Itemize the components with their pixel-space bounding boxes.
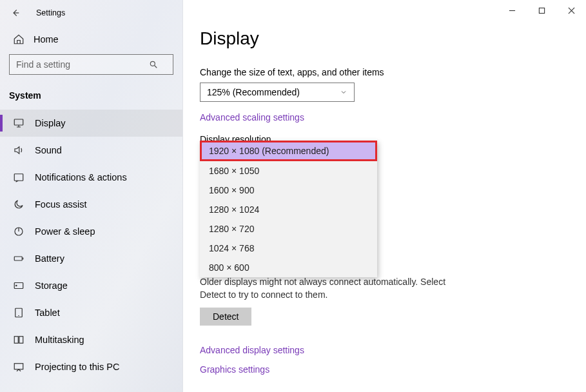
storage-icon — [13, 280, 24, 291]
sidebar-item-label: Multitasking — [35, 335, 84, 345]
sidebar-item-battery[interactable]: Battery — [0, 245, 182, 272]
back-arrow-icon — [11, 8, 20, 17]
sidebar-item-label: Sound — [35, 145, 62, 155]
advanced-scaling-link[interactable]: Advanced scaling settings — [200, 112, 567, 122]
sidebar-item-label: Battery — [35, 253, 64, 264]
svg-rect-1 — [14, 119, 23, 125]
resolution-option[interactable]: 800 × 600 — [200, 258, 377, 277]
scale-combobox[interactable]: 125% (Recommended) — [200, 83, 355, 102]
graphics-settings-link[interactable]: Graphics settings — [200, 364, 567, 375]
home-icon — [13, 34, 24, 45]
close-button[interactable] — [556, 0, 586, 21]
sidebar-item-home[interactable]: Home — [0, 23, 182, 54]
sidebar-item-label: Notifications & actions — [35, 172, 127, 182]
older-displays-text: Older displays might not always connect … — [200, 276, 458, 301]
power-icon — [13, 226, 24, 237]
projecting-icon — [13, 361, 24, 373]
resolution-dropdown[interactable]: 1920 × 1080 (Recommended) 1680 × 1050 16… — [200, 141, 377, 277]
resolution-option[interactable]: 1280 × 720 — [200, 219, 377, 239]
category-title: System — [0, 75, 182, 110]
multitasking-icon — [13, 334, 24, 346]
search-input[interactable] — [9, 54, 173, 75]
window-title: Settings — [36, 8, 175, 17]
sidebar-item-label: Tablet — [35, 308, 60, 318]
sound-icon — [13, 144, 24, 156]
notifications-icon — [13, 172, 24, 183]
monitor-icon — [13, 117, 24, 129]
sidebar-item-sound[interactable]: Sound — [0, 137, 182, 164]
scale-value: 125% (Recommended) — [207, 87, 300, 97]
minimize-button[interactable] — [497, 0, 527, 21]
resolution-option[interactable]: 1024 × 768 — [200, 239, 377, 258]
resolution-option[interactable]: 1600 × 900 — [200, 181, 377, 200]
sidebar-item-notifications[interactable]: Notifications & actions — [0, 164, 182, 191]
sidebar-item-storage[interactable]: Storage — [0, 272, 182, 299]
back-button[interactable] — [8, 5, 23, 21]
advanced-display-link[interactable]: Advanced display settings — [200, 345, 567, 355]
sidebar-item-projecting[interactable]: Projecting to this PC — [0, 353, 182, 380]
moon-icon — [13, 199, 24, 210]
sidebar-item-label: Focus assist — [35, 199, 87, 210]
sidebar-item-display[interactable]: Display — [0, 110, 182, 137]
home-label: Home — [34, 34, 59, 44]
svg-rect-11 — [539, 8, 544, 13]
sidebar-item-tablet[interactable]: Tablet — [0, 299, 182, 326]
svg-rect-2 — [14, 174, 23, 181]
sidebar-item-label: Projecting to this PC — [35, 362, 119, 372]
detect-button[interactable]: Detect — [200, 308, 251, 326]
sidebar-item-focus-assist[interactable]: Focus assist — [0, 191, 182, 218]
resolution-option[interactable]: 1920 × 1080 (Recommended) — [200, 141, 377, 161]
main-content: Display Change the size of text, apps, a… — [183, 0, 586, 392]
settings-sidebar: Settings Home System Display Sound — [0, 0, 183, 392]
svg-rect-4 — [14, 257, 22, 260]
battery-icon — [13, 253, 24, 264]
page-title: Display — [200, 28, 567, 49]
sidebar-item-label: Power & sleep — [35, 226, 95, 237]
chevron-down-icon — [340, 88, 347, 96]
sidebar-item-label: Display — [35, 118, 66, 128]
sidebar-item-power-sleep[interactable]: Power & sleep — [0, 218, 182, 245]
resolution-option[interactable]: 1280 × 1024 — [200, 200, 377, 219]
svg-rect-9 — [19, 337, 23, 344]
tablet-icon — [13, 307, 24, 318]
resolution-option[interactable]: 1680 × 1050 — [200, 161, 377, 181]
svg-rect-10 — [14, 364, 23, 369]
svg-point-6 — [16, 285, 17, 286]
maximize-button[interactable] — [527, 0, 556, 21]
sidebar-item-label: Storage — [35, 280, 68, 291]
sidebar-item-multitasking[interactable]: Multitasking — [0, 326, 182, 353]
svg-rect-8 — [14, 337, 18, 344]
scale-label: Change the size of text, apps, and other… — [200, 67, 567, 77]
